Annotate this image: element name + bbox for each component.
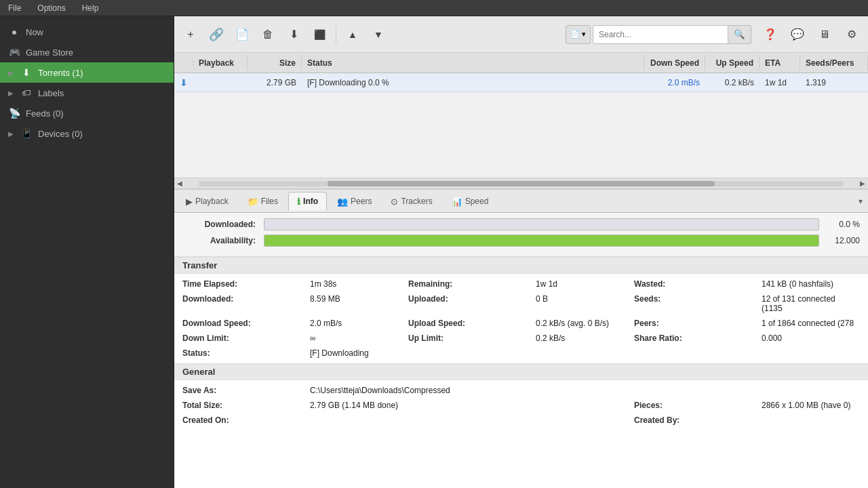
add-button[interactable]: + [178, 22, 203, 47]
remove-button[interactable]: 🗑 [256, 22, 280, 47]
sidebar-item-torrents[interactable]: ▶ ⬇ Torrents (1) [0, 62, 174, 83]
menu-file[interactable]: File [5, 2, 24, 14]
tab-files-label: Files [261, 197, 278, 206]
availability-progress-fill [264, 235, 818, 246]
info-tab-icon: ℹ [297, 197, 300, 207]
add-link-button[interactable]: 🔗 [204, 22, 229, 47]
labels-icon: 🏷 [20, 87, 33, 99]
tab-info[interactable]: ℹ Info [288, 192, 327, 211]
th-down-speed: Down Speed [644, 56, 705, 70]
th-playback: Playback [193, 56, 248, 70]
monitor-button[interactable]: 🖥 [812, 22, 837, 47]
chat-button[interactable]: 💬 [785, 22, 810, 47]
sidebar-item-feeds[interactable]: 📡 Feeds (0) [0, 103, 174, 123]
table-row[interactable]: ⬇ 2.79 GB [F] Downloading 0.0 % 2.0 mB/s… [174, 73, 868, 92]
question-button[interactable]: ❓ [758, 22, 783, 47]
downloaded-progress-bar [264, 218, 819, 230]
general-info-grid: Save As: C:\Users\tteja\Downloads\Compre… [174, 380, 868, 430]
torrent-up-speed: 0.2 kB/s [705, 75, 760, 90]
download-speed-label: Download Speed: [182, 317, 304, 329]
download-speed-value: 2.0 mB/s [304, 317, 408, 329]
th-eta: ETA [760, 56, 800, 70]
down-limit-label: Down Limit: [182, 332, 304, 344]
peers-tab-icon: 👥 [337, 197, 348, 207]
files-tab-icon: 📁 [248, 197, 258, 207]
menu-bar: File Options Help [0, 0, 868, 16]
torrent-icon: ⬇ [174, 75, 193, 91]
stop-button[interactable]: ⬛ [307, 22, 332, 47]
toolbar: + 🔗 📄 🗑 ⬇ ⬛ ▲ ▼ 📄 ▾ 🔍 ❓ 💬 🖥 ⚙ [174, 16, 868, 53]
torrent-size: 2.79 GB [248, 75, 302, 90]
downloaded-progress-label: Downloaded: [182, 220, 264, 229]
upload-speed-value: 0.2 kB/s (avg. 0 B/s) [530, 317, 634, 329]
tab-peers-label: Peers [351, 197, 372, 206]
scroll-thumb[interactable] [328, 181, 715, 186]
sidebar: ● Now 🎮 Game Store ▶ ⬇ Torrents (1) ▶ 🏷 … [0, 16, 174, 488]
devices-icon: 📱 [20, 127, 33, 140]
torrents-expander-icon: ▶ [8, 69, 14, 77]
scroll-left-arrow[interactable]: ◀ [174, 180, 185, 187]
status-label: Status: [182, 347, 304, 359]
save-as-value: C:\Users\tteja\Downloads\Compressed [304, 384, 634, 396]
toolbar-right: ❓ 💬 🖥 ⚙ [758, 22, 864, 47]
detail-panel: ▶ Playback 📁 Files ℹ Info 👥 Peers ⊙ [174, 188, 868, 488]
sidebar-item-devices[interactable]: ▶ 📱 Devices (0) [0, 123, 174, 144]
seeds-label: Seeds: [634, 293, 756, 314]
toolbar-sep-1 [336, 25, 336, 44]
general-section-header: General [174, 363, 868, 380]
created-on-label: Created On: [182, 414, 304, 426]
settings-button[interactable]: ⚙ [840, 22, 864, 47]
tab-info-label: Info [303, 197, 318, 206]
wasted-value: 141 kB (0 hashfails) [756, 278, 860, 290]
sidebar-item-labels[interactable]: ▶ 🏷 Labels [0, 83, 174, 103]
scroll-right-arrow[interactable]: ▶ [857, 180, 868, 187]
downloaded-progress-fill [264, 219, 265, 230]
tab-playback[interactable]: ▶ Playback [177, 192, 237, 211]
add-from-file-button[interactable]: 📄 [230, 22, 254, 47]
tab-speed[interactable]: 📊 Speed [443, 192, 498, 211]
tab-trackers[interactable]: ⊙ Trackers [382, 192, 441, 211]
move-down-button[interactable]: ▼ [366, 22, 391, 47]
save-as-label: Save As: [182, 384, 304, 396]
availability-progress-bar [264, 235, 819, 247]
down-limit-value: ∞ [304, 332, 408, 344]
sidebar-label-feeds: Feeds (0) [26, 108, 64, 119]
tab-playback-label: Playback [195, 197, 229, 206]
availability-progress-row: Availability: 12.000 [182, 235, 860, 247]
total-size-label: Total Size: [182, 399, 304, 411]
horizontal-scrollbar[interactable]: ◀ ▶ [174, 178, 868, 188]
sidebar-label-game-store: Game Store [26, 47, 73, 58]
th-seeds: Seeds/Peers [800, 56, 868, 70]
search-input[interactable] [593, 25, 728, 44]
progress-section: Downloaded: 0.0 % Availability: 12.000 [174, 213, 868, 257]
uploaded-label: Uploaded: [408, 293, 530, 314]
status-value: [F] Downloading [304, 347, 408, 359]
menu-options[interactable]: Options [35, 2, 68, 14]
sidebar-item-game-store[interactable]: 🎮 Game Store [0, 42, 174, 62]
sidebar-label-labels: Labels [38, 88, 64, 98]
tab-peers[interactable]: 👥 Peers [328, 192, 380, 211]
tab-trackers-label: Trackers [401, 197, 432, 206]
downloaded-progress-value: 0.0 % [819, 220, 860, 229]
transfer-info-grid: Time Elapsed: 1m 38s Remaining: 1w 1d Wa… [174, 274, 868, 363]
share-ratio-label: Share Ratio: [634, 332, 756, 344]
search-button[interactable]: 🔍 [728, 25, 751, 44]
time-elapsed-value: 1m 38s [304, 278, 408, 290]
tab-files[interactable]: 📁 Files [239, 192, 287, 211]
th-icon [174, 60, 193, 66]
download-button[interactable]: ⬇ [281, 22, 306, 47]
menu-help[interactable]: Help [79, 2, 102, 14]
tabs-expander[interactable]: ▾ [856, 194, 865, 209]
file-dropdown-button[interactable]: 📄 ▾ [566, 25, 591, 44]
sidebar-label-now: Now [26, 27, 43, 37]
sidebar-item-now[interactable]: ● Now [0, 22, 174, 42]
pieces-value: 2866 x 1.00 MB (have 0) [756, 399, 860, 411]
share-ratio-value: 0.000 [756, 332, 860, 344]
torrent-seeds: 1.319 [800, 75, 868, 90]
wasted-label: Wasted: [634, 278, 756, 290]
now-icon: ● [8, 26, 20, 38]
move-up-button[interactable]: ▲ [340, 22, 365, 47]
th-status: Status [302, 56, 644, 70]
tab-speed-label: Speed [465, 197, 489, 206]
time-elapsed-label: Time Elapsed: [182, 278, 304, 290]
